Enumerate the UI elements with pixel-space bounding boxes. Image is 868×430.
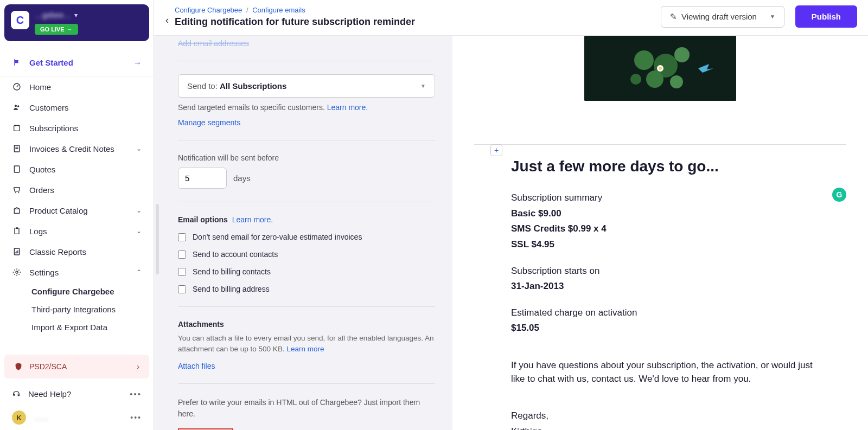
svg-point-2	[17, 105, 19, 107]
more-icon[interactable]: •••	[130, 389, 142, 399]
tenant-switcher[interactable]: C …gebee… ▾ GO LIVE →	[4, 4, 149, 41]
arrow-right-icon: →	[133, 58, 142, 67]
email-preview: + G Just a few more days to go... Subscr…	[452, 36, 868, 430]
chevron-up-icon: ⌃	[136, 268, 142, 276]
svg-point-1	[15, 105, 17, 107]
chevron-down-icon: ⌄	[136, 227, 142, 235]
scrollbar[interactable]	[156, 204, 159, 274]
chevron-down-icon: ▼	[770, 14, 775, 20]
cart-icon	[12, 185, 22, 195]
nav-product-catalog[interactable]: Product Catalog ⌄	[0, 200, 154, 221]
nav-third-party[interactable]: Third-party Integrations	[0, 300, 154, 318]
crumb-configure-emails[interactable]: Configure emails	[252, 6, 305, 14]
people-icon	[12, 102, 22, 112]
svg-point-12	[16, 271, 18, 273]
svg-rect-9	[15, 228, 19, 234]
svg-point-14	[634, 50, 654, 70]
back-button[interactable]: ‹	[159, 7, 175, 26]
nav-subscriptions[interactable]: Subscriptions	[0, 118, 154, 138]
attach-files-link[interactable]: Attach files	[178, 362, 215, 370]
opt-billing-address[interactable]: Send to billing address	[178, 285, 435, 293]
manage-segments-link[interactable]: Manage segments	[178, 118, 240, 127]
chevron-down-icon: ▾	[74, 11, 78, 19]
page-title: Editing notification for future subscrip…	[175, 16, 415, 28]
nav-logs[interactable]: Logs ⌄	[0, 221, 154, 241]
add-email-link[interactable]: Add email addresses	[178, 39, 249, 48]
email-options-heading: Email options Learn more.	[178, 215, 435, 224]
attachments-desc: You can attach a file to every email you…	[178, 333, 435, 355]
nav-settings[interactable]: Settings ⌃	[0, 262, 154, 283]
svg-point-19	[630, 74, 641, 85]
nav-home[interactable]: Home	[0, 76, 154, 97]
nav-configure-chargebee[interactable]: Configure Chargebee	[0, 283, 154, 300]
flag-icon	[12, 57, 22, 67]
preview-divider: +	[474, 144, 846, 145]
opt-account-contacts[interactable]: Send to account contacts	[178, 250, 435, 259]
svg-rect-10	[16, 227, 18, 229]
import-prefer-text: Prefer to write your emails in HTML out …	[178, 397, 435, 420]
chargebee-logo: C	[11, 11, 29, 29]
breadcrumb: Configure Chargebee / Configure emails	[175, 6, 415, 14]
nav-classic-reports[interactable]: Classic Reports	[0, 241, 154, 262]
invoice-icon	[12, 144, 22, 153]
user-menu[interactable]: K …… •••	[0, 405, 154, 430]
learn-more-link[interactable]: Learn more.	[232, 215, 273, 224]
estimated-label: Estimated charge on activation	[511, 306, 826, 320]
learn-more-link[interactable]: Learn more.	[327, 103, 368, 112]
svg-point-7	[18, 192, 19, 193]
svg-rect-8	[14, 209, 19, 213]
version-dropdown[interactable]: ✎ Viewing draft version ▼	[661, 6, 784, 28]
nav-customers[interactable]: Customers	[0, 97, 154, 118]
clipboard-icon	[12, 226, 22, 236]
chevron-right-icon: ›	[137, 362, 139, 371]
hero-image	[584, 36, 736, 101]
gear-icon	[12, 267, 22, 277]
import-html-highlight: Import HTML	[178, 428, 233, 431]
starts-label: Subscription starts on	[511, 265, 826, 278]
nav-orders[interactable]: Orders	[0, 179, 154, 200]
svg-point-16	[674, 47, 690, 62]
arrow-right-icon: →	[67, 26, 73, 33]
signer: Kirthiga	[511, 425, 826, 430]
svg-point-18	[670, 75, 683, 88]
go-live-button[interactable]: GO LIVE →	[35, 24, 78, 35]
pencil-icon: ✎	[670, 12, 677, 22]
add-block-button[interactable]: +	[490, 144, 502, 156]
dashboard-icon	[12, 82, 22, 92]
publish-button[interactable]: Publish	[795, 5, 857, 28]
attachments-heading: Attachments	[178, 320, 435, 329]
nav-invoices[interactable]: Invoices & Credit Notes ⌄	[0, 138, 154, 159]
grammarly-icon[interactable]: G	[832, 188, 846, 202]
more-icon[interactable]: •••	[130, 413, 142, 422]
shield-icon	[14, 362, 23, 371]
need-help[interactable]: Need Help? •••	[0, 383, 154, 405]
learn-more-link[interactable]: Learn more	[286, 345, 324, 353]
chevron-down-icon: ⌄	[136, 207, 142, 214]
nav-import-export[interactable]: Import & Export Data	[0, 318, 154, 336]
svg-point-17	[646, 70, 663, 88]
svg-rect-5	[14, 166, 19, 172]
summary-line: Basic $9.00	[511, 207, 826, 221]
send-to-select[interactable]: Send to: All Subscriptions ▼	[178, 74, 435, 98]
topbar: ‹ Configure Chargebee / Configure emails…	[154, 0, 868, 36]
crumb-configure-chargebee[interactable]: Configure Chargebee	[175, 6, 242, 14]
psd2-sca-banner[interactable]: PSD2/SCA ›	[4, 355, 149, 378]
svg-rect-3	[14, 125, 20, 131]
summary-label: Subscription summary	[511, 191, 826, 205]
contact-text: If you have questions about your subscri…	[511, 359, 826, 386]
settings-panel: Add email addresses Send to: All Subscri…	[154, 36, 452, 430]
notify-days-input[interactable]	[178, 168, 227, 189]
summary-line: SMS Credits $0.99 x 4	[511, 222, 826, 236]
headset-icon	[12, 390, 21, 399]
estimated-value: $15.05	[511, 322, 826, 335]
quote-icon	[12, 164, 22, 174]
nav-quotes[interactable]: Quotes	[0, 159, 154, 179]
opt-billing-contacts[interactable]: Send to billing contacts	[178, 267, 435, 276]
chevron-down-icon: ⌄	[136, 145, 142, 152]
nav-get-started[interactable]: Get Started →	[0, 49, 154, 76]
avatar: K	[12, 410, 26, 425]
tenant-name: …gebee…	[35, 11, 71, 20]
opt-zero-value[interactable]: Don't send email for zero-value estimate…	[178, 233, 435, 241]
regards: Regards,	[511, 409, 826, 423]
summary-line: SSL $4.95	[511, 238, 826, 252]
